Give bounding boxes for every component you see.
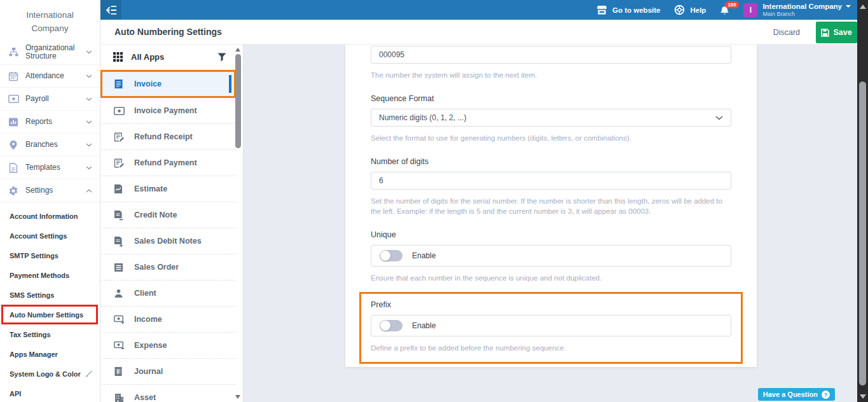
- submenu-item-system-logo-color[interactable]: System Logo & Color: [0, 364, 100, 384]
- app-item-label: Sales Order: [134, 263, 179, 272]
- sidebar-item-label: Branches: [25, 141, 86, 149]
- app-item-refund-payment[interactable]: Refund Payment: [100, 150, 236, 176]
- main-content: The number the system will assign to the…: [244, 45, 857, 402]
- unique-helper: Ensure that each number in the sequence …: [371, 273, 731, 283]
- collapse-sidebar-button[interactable]: [100, 0, 121, 20]
- app-item-asset[interactable]: Asset: [100, 385, 236, 402]
- app-item-expense[interactable]: Expense: [100, 333, 236, 359]
- sidebar-item-attendance[interactable]: Attendance: [0, 65, 100, 88]
- submenu-item-auto-number-settings[interactable]: Auto Number Settings: [1, 305, 98, 324]
- chevron-down-icon: [715, 116, 723, 120]
- scroll-down-arrow[interactable]: [235, 395, 240, 399]
- app-item-invoice[interactable]: Invoice: [100, 70, 236, 98]
- prefix-highlight-section: Prefix Enable Define a prefix to be adde…: [359, 292, 743, 364]
- unique-toggle[interactable]: [380, 250, 403, 261]
- grid-icon: [113, 52, 123, 62]
- sidebar-item-organizational-structure[interactable]: Organizational Structure: [0, 39, 100, 65]
- chevron-down-icon: [86, 143, 92, 147]
- save-label: Save: [833, 28, 851, 37]
- app-item-label: Expense: [134, 341, 167, 350]
- all-apps-header[interactable]: All Apps: [100, 45, 243, 70]
- sidebar-item-label: Organizational Structure: [25, 44, 86, 60]
- scroll-up-arrow[interactable]: [860, 4, 866, 9]
- account-branch: Main Branch: [762, 11, 851, 17]
- scroll-up-arrow[interactable]: [235, 48, 240, 52]
- scroll-down-arrow[interactable]: [860, 394, 866, 399]
- sidebar-item-label: Reports: [25, 118, 86, 126]
- submenu-item-label: Apps Manager: [10, 350, 58, 358]
- app-item-journal[interactable]: Journal: [100, 359, 236, 385]
- submenu-item-tax-settings[interactable]: Tax Settings: [0, 324, 100, 344]
- submenu-item-account-settings[interactable]: Account Settings: [0, 226, 100, 246]
- submenu-item-smtp-settings[interactable]: SMTP Settings: [0, 246, 100, 265]
- floppy-icon: [821, 29, 829, 37]
- company-name-line2: Company: [0, 22, 100, 35]
- account-menu[interactable]: I International Company Main Branch: [743, 3, 851, 17]
- page-header: Auto Numbering Settings Discard Save: [100, 20, 857, 45]
- number-of-digits-helper: Set the number of digits for the serial …: [371, 196, 731, 216]
- sequence-format-select[interactable]: Numeric digits (0, 1, 2, ...): [371, 109, 731, 127]
- app-item-sales-order[interactable]: Sales Order: [100, 254, 236, 281]
- sequence-format-helper: Select the format to use for generating …: [371, 133, 731, 143]
- app-item-label: Sales Debit Notes: [134, 237, 202, 246]
- sidebar-item-templates[interactable]: Templates: [0, 156, 100, 179]
- submenu-item-apps-manager[interactable]: Apps Manager: [0, 344, 100, 364]
- app-item-refund-receipt[interactable]: Refund Receipt: [100, 124, 236, 150]
- sidebar-item-settings[interactable]: Settings: [0, 179, 100, 202]
- sequence-format-value: Numeric digits (0, 1, 2, ...): [379, 113, 466, 122]
- app-list-scrollbar: [235, 45, 242, 401]
- app-item-income[interactable]: Income: [100, 307, 236, 333]
- org-chart-icon: [7, 47, 20, 57]
- invoice-icon: [114, 79, 127, 89]
- submenu-item-payment-methods[interactable]: Payment Methods: [0, 265, 100, 285]
- discard-button[interactable]: Discard: [773, 20, 800, 45]
- app-item-label: Invoice: [134, 80, 162, 88]
- sequence-format-label: Sequence Format: [371, 94, 731, 103]
- cash-plus-icon: [114, 315, 127, 324]
- app-item-invoice-payment[interactable]: Invoice Payment: [100, 98, 236, 124]
- chevron-down-icon: [86, 50, 92, 54]
- settings-card: The number the system will assign to the…: [345, 45, 757, 367]
- sidebar-item-branches[interactable]: Branches: [0, 134, 100, 156]
- help-link[interactable]: Help: [674, 4, 706, 15]
- bar-chart-icon: [7, 117, 20, 127]
- prefix-label: Prefix: [371, 300, 731, 309]
- document-icon: [7, 163, 20, 173]
- prefix-toggle[interactable]: [380, 320, 403, 331]
- next-number-helper: The number the system will assign to the…: [371, 70, 731, 80]
- app-item-client[interactable]: Client: [100, 281, 236, 307]
- submenu-item-api[interactable]: API: [0, 384, 100, 402]
- go-to-website-label: Go to website: [612, 6, 660, 14]
- scrollbar-thumb[interactable]: [235, 54, 241, 148]
- sidebar-item-reports[interactable]: Reports: [0, 111, 100, 134]
- have-a-question-button[interactable]: Have a Question ?: [758, 388, 835, 401]
- app-item-label: Journal: [134, 367, 163, 376]
- scrollbar-thumb[interactable]: [859, 81, 866, 385]
- gear-icon: [7, 186, 20, 196]
- unique-toggle-label: Enable: [412, 251, 436, 260]
- collapse-arrow-icon: [106, 6, 117, 15]
- app-item-label: Invoice Payment: [134, 106, 197, 115]
- submenu-item-sms-settings[interactable]: SMS Settings: [0, 285, 100, 305]
- number-of-digits-input[interactable]: [371, 172, 731, 190]
- save-button[interactable]: Save: [816, 22, 857, 43]
- chevron-down-icon: [86, 120, 92, 124]
- app-item-estimate[interactable]: Estimate: [100, 176, 236, 202]
- filter-icon[interactable]: [217, 53, 226, 62]
- sidebar-item-label: Settings: [25, 186, 86, 195]
- calendar-icon: [7, 71, 20, 81]
- app-item-credit-note[interactable]: Credit Note: [100, 202, 236, 228]
- all-apps-label: All Apps: [131, 52, 217, 62]
- app-item-sales-debit-notes[interactable]: Sales Debit Notes: [100, 228, 236, 254]
- receipt-edit-icon: [114, 132, 127, 142]
- top-bar: Go to website Help 155 I International C…: [100, 0, 857, 20]
- sidebar-item-payroll[interactable]: Payroll: [0, 88, 100, 111]
- go-to-website-link[interactable]: Go to website: [596, 5, 660, 15]
- submenu-item-account-information[interactable]: Account Information: [0, 206, 100, 226]
- sidebar-item-label: Attendance: [25, 72, 86, 80]
- caret-down-icon: [846, 5, 851, 8]
- settings-submenu: Account Information Account Settings SMT…: [0, 202, 100, 402]
- prefix-toggle-label: Enable: [412, 321, 436, 330]
- next-number-input[interactable]: [371, 46, 731, 64]
- notifications-button[interactable]: 155: [720, 6, 729, 16]
